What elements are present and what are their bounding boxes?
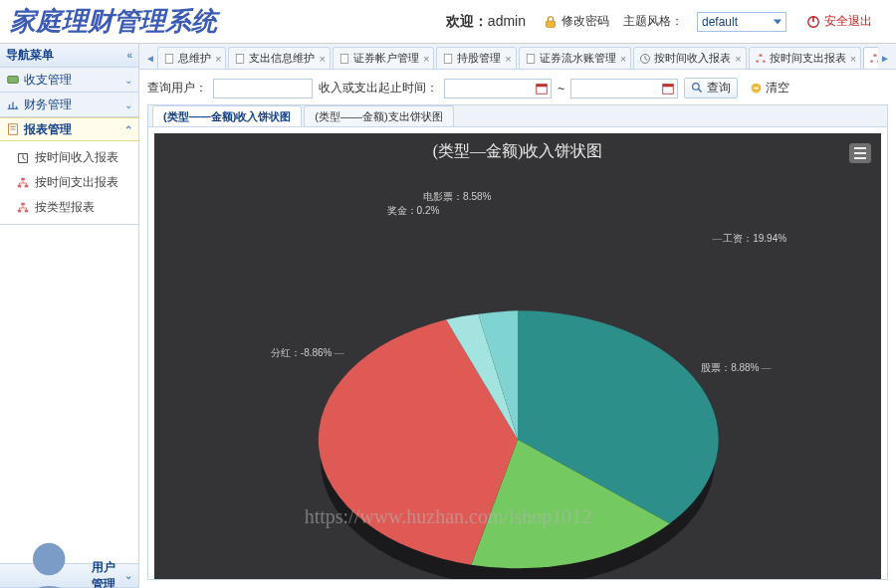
clear-button[interactable]: 清空	[744, 78, 795, 98]
doc-icon	[338, 53, 350, 65]
tab-scroll-right[interactable]: ►	[878, 47, 892, 69]
svg-rect-8	[21, 177, 25, 180]
svg-rect-17	[340, 54, 348, 63]
org-icon	[755, 53, 767, 65]
svg-rect-18	[445, 54, 453, 63]
org-icon	[16, 176, 30, 190]
doc-icon	[525, 53, 537, 65]
doc-icon	[442, 53, 454, 65]
tab-5[interactable]: 按时间收入报表×	[633, 47, 746, 69]
nav-item-by-type[interactable]: 按类型报表	[0, 195, 138, 220]
svg-line-32	[698, 89, 701, 92]
filter-date-to-sep: ~	[558, 82, 564, 96]
pie-chart	[154, 162, 881, 580]
pie-label: 电影票：8.58%	[423, 190, 491, 204]
chart-area: (类型—金额)收入饼状图	[154, 133, 881, 580]
svg-rect-0	[547, 21, 556, 27]
svg-rect-9	[18, 184, 22, 187]
chart-menu-button[interactable]	[849, 143, 871, 163]
tab-3[interactable]: 持股管理×	[436, 47, 516, 69]
collapse-icon: «	[126, 50, 132, 61]
change-password-link[interactable]: 修改密码	[544, 13, 609, 30]
report-icon	[6, 122, 20, 136]
tab-close-icon[interactable]: ×	[505, 53, 511, 65]
doc-icon	[163, 53, 175, 65]
svg-rect-23	[763, 60, 765, 62]
sidebar: 导航菜单 « 收支管理⌄ 财务管理⌄ 报表管理⌃ 按时间收入报表	[0, 44, 139, 588]
money-icon	[6, 73, 20, 87]
svg-rect-13	[25, 209, 29, 212]
filter-date-to[interactable]	[570, 79, 678, 98]
theme-label: 主题风格：	[623, 13, 683, 30]
main-area: ◄ 息维护×支出信息维护×证券帐户管理×持股管理×证券流水账管理×按时间收入报表…	[139, 44, 896, 588]
svg-rect-12	[18, 209, 22, 212]
svg-rect-22	[756, 60, 758, 62]
tab-6[interactable]: 按时间支出报表×	[749, 47, 861, 69]
nav-group-income-expense[interactable]: 收支管理⌄	[0, 68, 138, 92]
clock-icon	[639, 53, 651, 65]
tab-7[interactable]: 按类型报表×	[863, 47, 878, 69]
app-title: 家庭理财管理系统	[10, 4, 217, 39]
tab-4[interactable]: 证券流水账管理×	[519, 47, 631, 69]
theme-select[interactable]	[697, 12, 786, 32]
chart-title: (类型—金额)收入饼状图	[154, 133, 881, 162]
svg-rect-16	[237, 54, 245, 63]
svg-point-31	[693, 84, 700, 91]
svg-rect-10	[25, 184, 29, 187]
nav-group-finance[interactable]: 财务管理⌄	[0, 93, 138, 116]
search-button[interactable]: 查询	[684, 78, 738, 98]
inner-tab-income-pie[interactable]: (类型——金额)收入饼状图	[152, 105, 302, 126]
power-icon	[806, 15, 820, 29]
user-icon	[6, 532, 92, 588]
filter-user-input[interactable]	[213, 79, 313, 98]
welcome-text: 欢迎：admin	[446, 13, 526, 31]
lock-icon	[544, 15, 558, 29]
svg-rect-15	[165, 54, 173, 63]
nav-group-reports[interactable]: 报表管理⌃	[0, 117, 138, 141]
tab-scroll-left[interactable]: ◄	[143, 47, 157, 69]
nav-item-income-by-time[interactable]: 按时间收入报表	[0, 145, 138, 170]
tab-close-icon[interactable]: ×	[620, 53, 626, 65]
org2-icon	[16, 201, 30, 215]
tab-close-icon[interactable]: ×	[850, 53, 856, 65]
search-icon	[691, 82, 704, 95]
tab-2[interactable]: 证券帐户管理×	[333, 47, 434, 69]
inner-tab-expense-pie[interactable]: (类型——金额)支出饼状图	[304, 105, 453, 126]
pie-label: —工资：19.94%	[710, 232, 786, 246]
filter-date-label: 收入或支出起止时间：	[319, 80, 438, 97]
svg-rect-11	[21, 202, 25, 205]
filter-date-from[interactable]	[444, 79, 552, 98]
nav-item-expense-by-time[interactable]: 按时间支出报表	[0, 170, 138, 195]
filter-bar: 查询用户： 收入或支出起止时间： ~ 查询 清空	[147, 78, 888, 98]
tab-close-icon[interactable]: ×	[423, 53, 429, 65]
doc-icon	[234, 53, 246, 65]
tab-close-icon[interactable]: ×	[319, 53, 325, 65]
svg-rect-3	[8, 77, 19, 84]
nav-group-user[interactable]: 用户管理⌄	[0, 564, 138, 588]
org-icon	[869, 53, 878, 65]
pie-label: 奖金：0.2%	[387, 204, 440, 218]
tabstrip: ◄ 息维护×支出信息维护×证券帐户管理×持股管理×证券流水账管理×按时间收入报表…	[139, 44, 896, 70]
tab-1[interactable]: 支出信息维护×	[228, 47, 330, 69]
pie-label: 分红：-8.86%—	[271, 346, 345, 360]
report-in-icon	[16, 151, 30, 165]
svg-point-14	[33, 543, 65, 575]
header: 家庭理财管理系统 欢迎：admin 修改密码 主题风格： 安全退出	[0, 0, 896, 44]
pie-label: 股票：8.88%—	[701, 361, 772, 375]
filter-user-label: 查询用户：	[147, 80, 207, 97]
svg-rect-25	[871, 60, 873, 62]
clear-icon	[750, 82, 763, 95]
svg-rect-19	[527, 54, 535, 63]
tab-close-icon[interactable]: ×	[215, 53, 221, 65]
svg-rect-24	[874, 54, 877, 56]
tab-close-icon[interactable]: ×	[735, 53, 741, 65]
tab-0[interactable]: 息维护×	[157, 47, 226, 69]
svg-rect-21	[759, 54, 762, 56]
logout-link[interactable]: 安全退出	[806, 13, 872, 30]
chart-icon	[6, 98, 20, 111]
nav-panel-header[interactable]: 导航菜单 «	[0, 44, 138, 68]
